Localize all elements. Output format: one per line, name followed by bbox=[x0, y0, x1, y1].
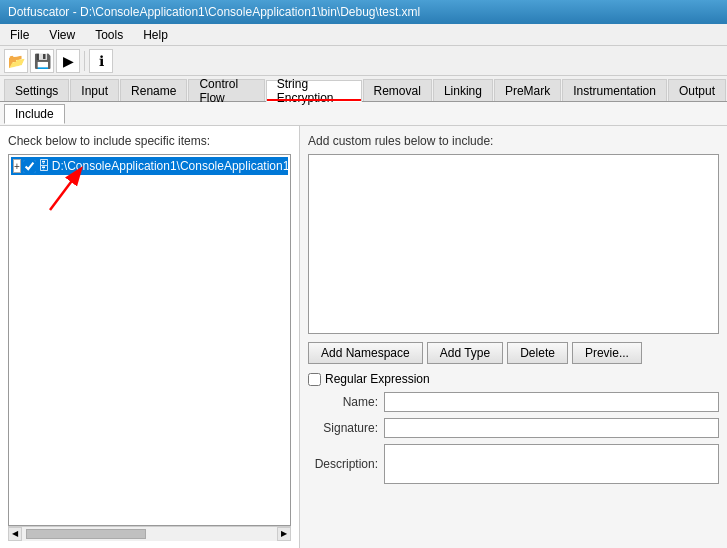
toolbar: 📂 💾 ▶ ℹ bbox=[0, 46, 727, 76]
add-type-button[interactable]: Add Type bbox=[427, 342, 503, 364]
menu-bar: File View Tools Help bbox=[0, 24, 727, 46]
name-input[interactable] bbox=[384, 392, 719, 412]
name-label: Name: bbox=[308, 395, 378, 409]
regex-checkbox[interactable] bbox=[308, 373, 321, 386]
left-panel-label: Check below to include specific items: bbox=[8, 134, 291, 148]
preview-button[interactable]: Previe... bbox=[572, 342, 642, 364]
toolbar-separator bbox=[84, 51, 85, 71]
tree-area[interactable]: + 🗄 D:\ConsoleApplication1\ConsoleApplic… bbox=[8, 154, 291, 526]
tree-checkbox[interactable] bbox=[23, 160, 36, 173]
h-scroll-track bbox=[22, 527, 277, 541]
title-bar: Dotfuscator - D:\ConsoleApplication1\Con… bbox=[0, 0, 727, 24]
tab-linking[interactable]: Linking bbox=[433, 79, 493, 101]
signature-row: Signature: bbox=[308, 418, 719, 438]
tree-expander[interactable]: + bbox=[13, 159, 21, 173]
name-row: Name: bbox=[308, 392, 719, 412]
signature-label: Signature: bbox=[308, 421, 378, 435]
main-content: Check below to include specific items: +… bbox=[0, 126, 727, 548]
menu-help[interactable]: Help bbox=[137, 26, 174, 44]
h-scrollbar[interactable]: ◀ ▶ bbox=[8, 526, 291, 540]
main-tab-bar: Settings Input Rename Control Flow Strin… bbox=[0, 76, 727, 102]
description-label: Description: bbox=[308, 457, 378, 471]
h-scrollbar-thumb[interactable] bbox=[26, 529, 146, 539]
menu-tools[interactable]: Tools bbox=[89, 26, 129, 44]
active-tab-indicator bbox=[267, 99, 361, 101]
left-panel: Check below to include specific items: +… bbox=[0, 126, 300, 548]
tab-output[interactable]: Output bbox=[668, 79, 726, 101]
save-button[interactable]: 💾 bbox=[30, 49, 54, 73]
description-row: Description: bbox=[308, 444, 719, 484]
tab-control-flow[interactable]: Control Flow bbox=[188, 79, 264, 101]
right-panel: Add custom rules below to include: Add N… bbox=[300, 126, 727, 548]
menu-view[interactable]: View bbox=[43, 26, 81, 44]
title-text: Dotfuscator - D:\ConsoleApplication1\Con… bbox=[8, 5, 420, 19]
regex-label: Regular Expression bbox=[325, 372, 430, 386]
tab-removal[interactable]: Removal bbox=[363, 79, 432, 101]
regex-row: Regular Expression bbox=[308, 372, 719, 386]
run-button[interactable]: ▶ bbox=[56, 49, 80, 73]
sub-tab-include[interactable]: Include bbox=[4, 104, 65, 124]
app-window: Dotfuscator - D:\ConsoleApplication1\Con… bbox=[0, 0, 727, 548]
info-button[interactable]: ℹ bbox=[89, 49, 113, 73]
tab-string-encryption[interactable]: String Encryption bbox=[266, 80, 362, 102]
scroll-right-arrow[interactable]: ▶ bbox=[277, 527, 291, 541]
tree-row[interactable]: + 🗄 D:\ConsoleApplication1\ConsoleApplic… bbox=[11, 157, 288, 175]
signature-input[interactable] bbox=[384, 418, 719, 438]
custom-rules-area[interactable] bbox=[308, 154, 719, 334]
sub-tab-bar: Include bbox=[0, 102, 727, 126]
assembly-icon: 🗄 bbox=[38, 159, 50, 173]
buttons-row: Add Namespace Add Type Delete Previe... bbox=[308, 342, 719, 364]
tab-settings[interactable]: Settings bbox=[4, 79, 69, 101]
tab-input[interactable]: Input bbox=[70, 79, 119, 101]
tab-instrumentation[interactable]: Instrumentation bbox=[562, 79, 667, 101]
description-textarea[interactable] bbox=[384, 444, 719, 484]
add-namespace-button[interactable]: Add Namespace bbox=[308, 342, 423, 364]
form-area: Regular Expression Name: Signature: Desc… bbox=[308, 372, 719, 484]
right-panel-label: Add custom rules below to include: bbox=[308, 134, 719, 148]
tree-item-label: D:\ConsoleApplication1\ConsoleApplicatio… bbox=[52, 159, 291, 173]
menu-file[interactable]: File bbox=[4, 26, 35, 44]
tab-premark[interactable]: PreMark bbox=[494, 79, 561, 101]
delete-button[interactable]: Delete bbox=[507, 342, 568, 364]
tab-rename[interactable]: Rename bbox=[120, 79, 187, 101]
open-button[interactable]: 📂 bbox=[4, 49, 28, 73]
scroll-left-arrow[interactable]: ◀ bbox=[8, 527, 22, 541]
